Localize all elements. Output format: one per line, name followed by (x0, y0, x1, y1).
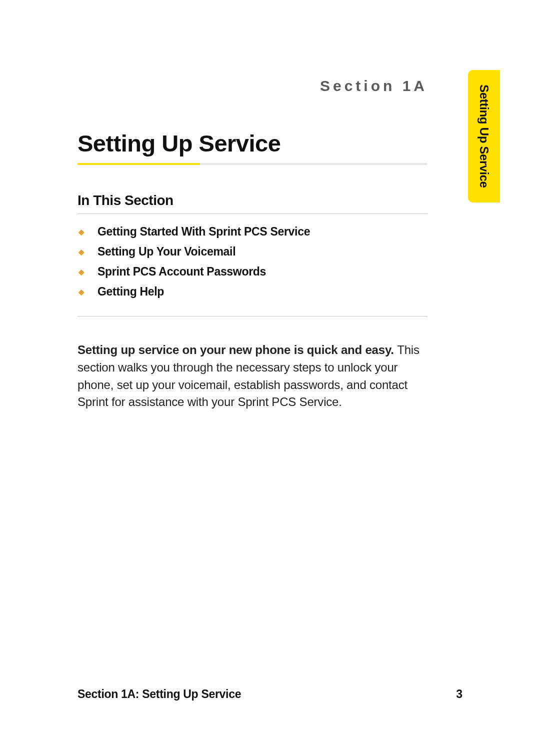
page-title: Setting Up Service (78, 130, 428, 157)
thumb-tab-label: Setting Up Service (477, 84, 491, 188)
toc-item: ◆ Getting Started With Sprint PCS Servic… (78, 225, 428, 238)
page-content: Section 1A Setting Up Service In This Se… (78, 78, 428, 411)
manual-page: Setting Up Service Section 1A Setting Up… (0, 0, 540, 756)
toc-item: ◆ Getting Help (78, 285, 428, 298)
toc-item-label: Setting Up Your Voicemail (98, 245, 236, 258)
thumb-tab: Setting Up Service (468, 70, 500, 202)
toc-item: ◆ Sprint PCS Account Passwords (78, 265, 428, 278)
diamond-bullet-icon: ◆ (78, 268, 86, 276)
toc-item-label: Getting Started With Sprint PCS Service (98, 225, 310, 238)
diamond-bullet-icon: ◆ (78, 228, 86, 236)
toc-item-label: Sprint PCS Account Passwords (98, 265, 266, 278)
subheading: In This Section (78, 192, 428, 214)
diamond-bullet-icon: ◆ (78, 248, 86, 256)
toc-list: ◆ Getting Started With Sprint PCS Servic… (78, 225, 428, 316)
intro-lead: Setting up service on your new phone is … (78, 343, 397, 356)
section-eyebrow: Section 1A (78, 78, 428, 94)
footer-page-number: 3 (456, 688, 462, 701)
toc-item-label: Getting Help (98, 285, 164, 298)
intro-paragraph: Setting up service on your new phone is … (78, 342, 428, 411)
toc-item: ◆ Setting Up Your Voicemail (78, 245, 428, 258)
page-footer: Section 1A: Setting Up Service 3 (78, 688, 462, 701)
title-underline (78, 163, 428, 165)
diamond-bullet-icon: ◆ (78, 288, 86, 296)
footer-section-label: Section 1A: Setting Up Service (78, 688, 241, 701)
